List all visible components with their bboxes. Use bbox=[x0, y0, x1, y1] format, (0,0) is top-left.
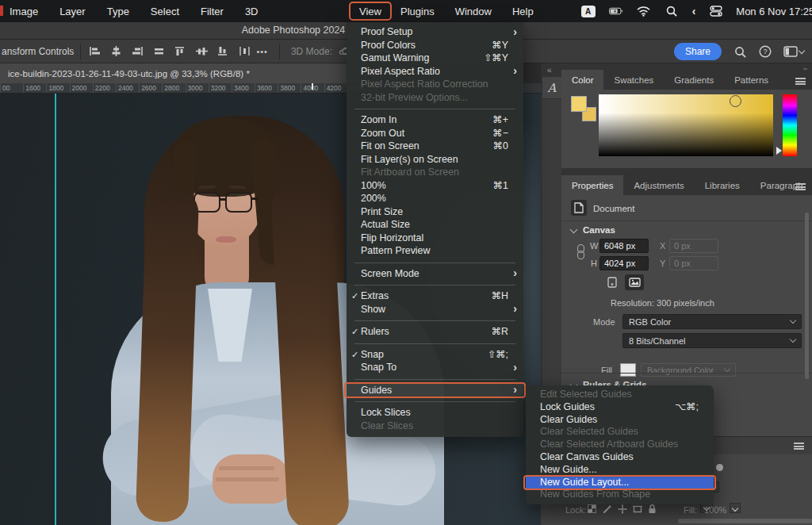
menu-item[interactable]: Fit Layer(s) on Screen bbox=[347, 153, 523, 167]
menu-item[interactable]: Rulers ⌘R bbox=[347, 325, 523, 339]
submenu-item[interactable]: Edit Selected Guides bbox=[526, 389, 714, 401]
menu-item[interactable] bbox=[347, 104, 523, 113]
link-dimensions-icon[interactable] bbox=[577, 244, 584, 259]
share-button[interactable]: Share bbox=[674, 43, 722, 60]
menu-item[interactable]: Guides bbox=[347, 384, 523, 397]
submenu-item[interactable]: Clear Selected Artboard Guides bbox=[526, 439, 714, 451]
menu-item[interactable]: Fit on Screen ⌘0 bbox=[347, 140, 523, 153]
menu-item[interactable]: 32-bit Preview Options... bbox=[347, 91, 523, 105]
panel-tab[interactable]: Adjustments bbox=[623, 175, 694, 195]
search-icon[interactable] bbox=[733, 45, 747, 58]
menu-item[interactable]: Flip Horizontal bbox=[347, 232, 523, 245]
menu-item[interactable]: Snap ⇧⌘; bbox=[347, 348, 523, 362]
menubar-item[interactable]: Help bbox=[512, 6, 534, 17]
chevron-down-icon[interactable] bbox=[570, 226, 578, 234]
menu-item[interactable]: Clear Slices bbox=[347, 420, 523, 433]
character-panel-icon[interactable]: A bbox=[542, 77, 561, 99]
menu-item[interactable]: Zoom Out ⌘− bbox=[347, 127, 523, 140]
fill-percent-dropdown-stub[interactable] bbox=[730, 503, 741, 513]
menu-item[interactable]: Proof Colors ⌘Y bbox=[347, 39, 523, 52]
menu-item[interactable]: Zoom In ⌘+ bbox=[347, 113, 523, 127]
menu-item[interactable]: Screen Mode bbox=[347, 267, 523, 281]
panel-tab[interactable]: Gradients bbox=[664, 70, 724, 90]
document-tab[interactable]: ice-buildin-2023-01-26-11-49-03-utc.jpg … bbox=[0, 63, 366, 83]
menu-item[interactable]: Pixel Aspect Ratio bbox=[347, 65, 523, 79]
hue-slider[interactable] bbox=[783, 94, 797, 156]
align-right-edges-icon[interactable] bbox=[130, 45, 144, 58]
menu-item[interactable]: Show bbox=[347, 303, 523, 316]
menu-item[interactable]: Print Size bbox=[347, 205, 523, 219]
submenu-item[interactable]: Clear Selected Guides bbox=[526, 426, 714, 439]
fill-color-swatch[interactable] bbox=[620, 363, 636, 377]
menubar-item[interactable]: 3D bbox=[245, 6, 259, 17]
landscape-orientation-button[interactable] bbox=[625, 274, 644, 290]
distribute-spacing-icon[interactable] bbox=[237, 45, 251, 58]
panel-menu-icon[interactable] bbox=[794, 443, 804, 450]
menubar-item[interactable]: Window bbox=[455, 6, 492, 17]
lock-artboard-icon[interactable] bbox=[632, 504, 642, 514]
lock-all-icon[interactable] bbox=[647, 504, 657, 514]
horizontal-scrollbar[interactable] bbox=[678, 519, 812, 523]
submenu-item[interactable]: Lock Guides ⌥⌘; bbox=[526, 401, 714, 414]
align-vertical-centers-icon[interactable] bbox=[194, 45, 209, 58]
workspace-icon[interactable] bbox=[783, 45, 804, 58]
bit-depth-dropdown[interactable]: 8 Bits/Channel bbox=[622, 333, 802, 348]
submenu-item[interactable]: New Guides From Shape bbox=[526, 489, 714, 501]
align-left-edges-icon[interactable] bbox=[87, 45, 102, 58]
chevron-left-icon[interactable]: ‹ bbox=[692, 6, 696, 17]
height-field[interactable]: 4024 px bbox=[599, 256, 649, 270]
menu-item[interactable] bbox=[347, 280, 523, 289]
foreground-color-swatch[interactable] bbox=[571, 96, 587, 112]
panel-tab[interactable]: Libraries bbox=[695, 175, 750, 195]
lock-transparent-pixels-icon[interactable] bbox=[587, 504, 597, 514]
menu-item[interactable]: Extras ⌘H bbox=[347, 289, 523, 303]
submenu-item[interactable]: New Guide... bbox=[526, 464, 714, 477]
menu-item[interactable]: 200% bbox=[347, 192, 523, 205]
battery-icon[interactable] bbox=[609, 5, 623, 17]
menu-item[interactable]: 100% ⌘1 bbox=[347, 179, 523, 193]
input-source-icon[interactable]: A bbox=[581, 6, 596, 17]
portrait-orientation-button[interactable] bbox=[603, 274, 622, 290]
menu-item[interactable] bbox=[347, 258, 523, 267]
hue-slider-pointer[interactable] bbox=[776, 147, 782, 155]
menu-item[interactable]: Fit Artboard on Screen bbox=[347, 166, 523, 179]
menubar-item[interactable]: Type bbox=[107, 6, 129, 17]
canvas-guide-vertical[interactable] bbox=[55, 94, 56, 525]
color-mode-dropdown[interactable]: RGB Color bbox=[622, 314, 802, 329]
panel-tab[interactable]: Patterns bbox=[724, 70, 779, 90]
submenu-item[interactable]: Clear Canvas Guides bbox=[526, 451, 714, 464]
view-menu-button[interactable]: View bbox=[349, 2, 392, 21]
align-horizontal-centers-icon[interactable] bbox=[109, 45, 123, 58]
lock-image-pixels-icon[interactable] bbox=[602, 504, 612, 514]
panel-tab[interactable]: Color bbox=[561, 70, 603, 90]
submenu-item[interactable]: New Guide Layout... bbox=[526, 477, 714, 489]
menu-item[interactable]: Lock Slices bbox=[347, 406, 523, 420]
canvas-section-title[interactable]: Canvas bbox=[583, 225, 615, 235]
submenu-item[interactable]: Clear Guides bbox=[526, 414, 714, 427]
menu-item[interactable] bbox=[347, 339, 523, 348]
menubar-item[interactable]: Image bbox=[10, 6, 38, 17]
color-picker-ring[interactable] bbox=[730, 95, 741, 107]
panel-menu-icon[interactable] bbox=[795, 78, 806, 85]
lock-position-icon[interactable] bbox=[617, 504, 627, 514]
panel-tab[interactable]: Properties bbox=[561, 175, 623, 195]
menu-item[interactable] bbox=[347, 374, 523, 384]
spotlight-search-icon[interactable] bbox=[665, 5, 679, 17]
collapse-left-arrows[interactable]: « bbox=[542, 63, 561, 77]
color-saturation-field[interactable] bbox=[599, 94, 773, 156]
show-transform-controls-label[interactable]: ansform Controls bbox=[0, 46, 74, 57]
menu-item[interactable] bbox=[347, 397, 523, 406]
panel-tab[interactable]: Swatches bbox=[603, 70, 664, 90]
wifi-icon[interactable] bbox=[637, 5, 651, 17]
align-center-lines-icon[interactable] bbox=[151, 45, 166, 58]
menu-item[interactable]: Pixel Aspect Ratio Correction bbox=[347, 78, 523, 91]
menubar-item[interactable]: Layer bbox=[59, 6, 86, 17]
menubar-item[interactable]: Filter bbox=[201, 6, 224, 17]
menu-item[interactable] bbox=[347, 316, 523, 325]
control-center-icon[interactable] bbox=[709, 5, 723, 17]
help-icon[interactable]: ? bbox=[758, 45, 772, 58]
width-field[interactable]: 6048 px bbox=[599, 239, 649, 253]
menubar-item[interactable]: Plugins bbox=[400, 6, 435, 17]
panel-scrollbar[interactable] bbox=[805, 213, 809, 379]
menu-item[interactable]: Pattern Preview bbox=[347, 244, 523, 258]
